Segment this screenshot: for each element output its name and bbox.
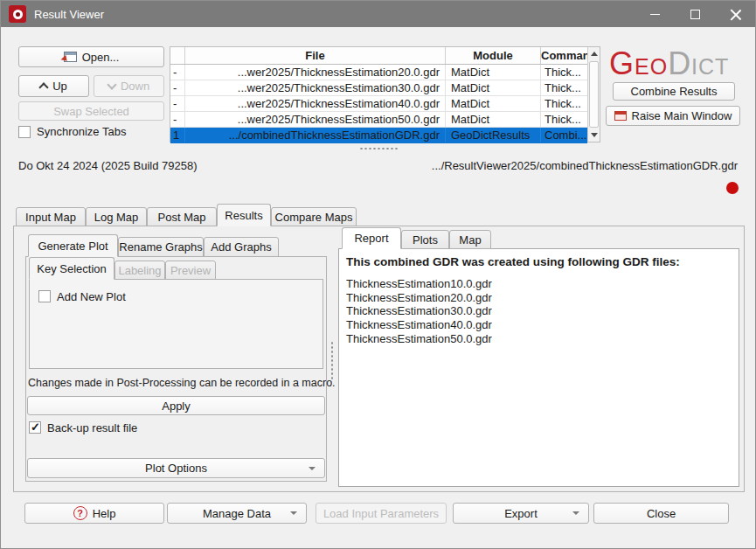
tab-key-selection[interactable]: Key Selection xyxy=(29,257,114,280)
row-module: GeoDictResults xyxy=(446,128,541,142)
synchronize-tabs-checkbox[interactable] xyxy=(18,126,31,138)
up-button-label: Up xyxy=(52,80,67,93)
combine-results-button[interactable]: Combine Results xyxy=(613,82,735,101)
maximize-icon xyxy=(690,10,700,19)
row-module: MatDict xyxy=(446,65,541,80)
plot-options-dropdown[interactable]: Plot Options xyxy=(27,458,325,478)
report-file-item: ThicknessEstimation40.0.gdr xyxy=(346,318,492,332)
table-row[interactable]: - ...wer2025/ThicknessEstimation20.0.gdr… xyxy=(170,65,587,80)
result-viewer-window: Result Viewer Open... Up Down Swap Selec… xyxy=(0,0,756,549)
raise-window-icon xyxy=(614,111,627,121)
synchronize-tabs-label: Synchronize Tabs xyxy=(37,125,126,138)
row-command: Thick... xyxy=(541,96,587,111)
file-table-header[interactable]: File Module Command xyxy=(170,47,587,65)
load-input-parameters-label: Load Input Parameters xyxy=(323,507,439,520)
apply-button[interactable]: Apply xyxy=(27,396,325,415)
report-file-item: ThicknessEstimation10.0.gdr xyxy=(346,277,492,291)
tab-input-map[interactable]: Input Map xyxy=(16,207,86,226)
table-scrollbar[interactable] xyxy=(587,47,600,142)
scrollbar-thumb[interactable] xyxy=(589,61,599,128)
manage-data-dropdown[interactable]: Manage Data xyxy=(167,503,307,524)
tab-preview[interactable]: Preview xyxy=(165,261,216,280)
scroll-down-icon[interactable] xyxy=(588,129,600,142)
status-indicator-dot xyxy=(726,182,739,194)
row-file: .../combinedThicknessEstimationGDR.gdr xyxy=(185,128,446,142)
report-file-item: ThicknessEstimation30.0.gdr xyxy=(346,304,492,318)
manage-data-label: Manage Data xyxy=(203,507,271,520)
macro-note-text: Changes made in Post-Processing can be r… xyxy=(28,377,336,389)
row-command: Combi... xyxy=(541,128,587,142)
close-button[interactable] xyxy=(715,1,755,27)
row-file: ...wer2025/ThicknessEstimation20.0.gdr xyxy=(185,65,446,80)
window-title: Result Viewer xyxy=(34,8,104,21)
raise-main-window-button[interactable]: Raise Main Window xyxy=(606,106,740,126)
swap-selected-button[interactable]: Swap Selected xyxy=(18,101,164,121)
row-command: Thick... xyxy=(541,65,587,80)
raise-main-window-label: Raise Main Window xyxy=(632,109,732,122)
logo-dict: Dict xyxy=(668,45,729,81)
tab-map[interactable]: Map xyxy=(449,230,491,249)
title-bar: Result Viewer xyxy=(1,1,755,27)
col-index-header xyxy=(170,47,185,64)
geodict-logo-mark-icon xyxy=(13,10,23,19)
down-button[interactable]: Down xyxy=(94,75,164,97)
report-file-list: ThicknessEstimation10.0.gdr ThicknessEst… xyxy=(346,277,492,346)
tab-results[interactable]: Results xyxy=(217,204,271,226)
row-module: MatDict xyxy=(446,112,541,127)
tab-rename-graphs[interactable]: Rename Graphs xyxy=(118,237,204,257)
tab-report[interactable]: Report xyxy=(342,227,401,249)
help-button-label: Help xyxy=(93,507,116,520)
chevron-down-icon xyxy=(107,80,116,89)
row-command: Thick... xyxy=(541,112,587,127)
table-row-selected[interactable]: 1 .../combinedThicknessEstimationGDR.gdr… xyxy=(170,128,587,143)
tab-plots[interactable]: Plots xyxy=(401,230,449,249)
tab-log-map[interactable]: Log Map xyxy=(86,207,147,226)
col-module-header: Module xyxy=(446,47,541,64)
horizontal-splitter-handle[interactable] xyxy=(359,147,399,150)
row-command: Thick... xyxy=(541,80,587,95)
row-index: - xyxy=(170,112,185,127)
row-file: ...wer2025/ThicknessEstimation30.0.gdr xyxy=(185,80,446,95)
export-dropdown[interactable]: Export xyxy=(453,503,589,524)
close-dialog-label: Close xyxy=(647,507,676,520)
row-file: ...wer2025/ThicknessEstimation50.0.gdr xyxy=(185,112,446,127)
apply-button-label: Apply xyxy=(162,400,191,413)
vertical-splitter-handle[interactable] xyxy=(330,341,334,381)
row-module: MatDict xyxy=(446,96,541,111)
minimize-icon xyxy=(650,14,660,15)
maximize-button[interactable] xyxy=(675,1,715,27)
help-button[interactable]: Help xyxy=(24,503,164,524)
app-icon xyxy=(9,5,26,23)
swap-selected-label: Swap Selected xyxy=(53,105,129,118)
scroll-up-icon[interactable] xyxy=(588,47,600,59)
logo-geo: Geo xyxy=(609,45,668,81)
open-file-icon xyxy=(64,52,77,62)
row-index: - xyxy=(170,65,185,80)
tab-post-map[interactable]: Post Map xyxy=(147,207,217,226)
load-input-parameters-button[interactable]: Load Input Parameters xyxy=(316,503,447,524)
report-heading: This combined GDR was created using foll… xyxy=(346,255,680,268)
plot-options-label: Plot Options xyxy=(145,462,207,475)
tab-generate-plot[interactable]: Generate Plot xyxy=(28,234,118,257)
down-button-label: Down xyxy=(121,80,149,93)
tab-compare-maps[interactable]: Compare Maps xyxy=(271,207,357,226)
export-label: Export xyxy=(504,507,538,520)
up-button[interactable]: Up xyxy=(18,75,89,97)
col-file-header: File xyxy=(185,47,446,64)
tab-add-graphs[interactable]: Add Graphs xyxy=(204,237,279,257)
close-dialog-button[interactable]: Close xyxy=(593,503,729,524)
file-table: File Module Command - ...wer2025/Thickne… xyxy=(170,46,600,142)
tab-labeling[interactable]: Labeling xyxy=(114,261,165,280)
table-row[interactable]: - ...wer2025/ThicknessEstimation30.0.gdr… xyxy=(170,80,587,96)
report-file-item: ThicknessEstimation20.0.gdr xyxy=(346,291,492,305)
add-new-plot-label: Add New Plot xyxy=(57,290,126,303)
table-row[interactable]: - ...wer2025/ThicknessEstimation50.0.gdr… xyxy=(170,112,587,128)
geodict-logo: GeoDict xyxy=(609,48,729,80)
table-row[interactable]: - ...wer2025/ThicknessEstimation40.0.gdr… xyxy=(170,96,587,112)
open-button[interactable]: Open... xyxy=(18,46,164,67)
current-file-path: .../ResultViewer2025/combinedThicknessEs… xyxy=(432,159,738,172)
row-index: 1 xyxy=(170,128,185,142)
minimize-button[interactable] xyxy=(635,1,675,27)
backup-result-file-checkbox[interactable] xyxy=(29,421,41,434)
add-new-plot-checkbox[interactable] xyxy=(38,290,51,302)
